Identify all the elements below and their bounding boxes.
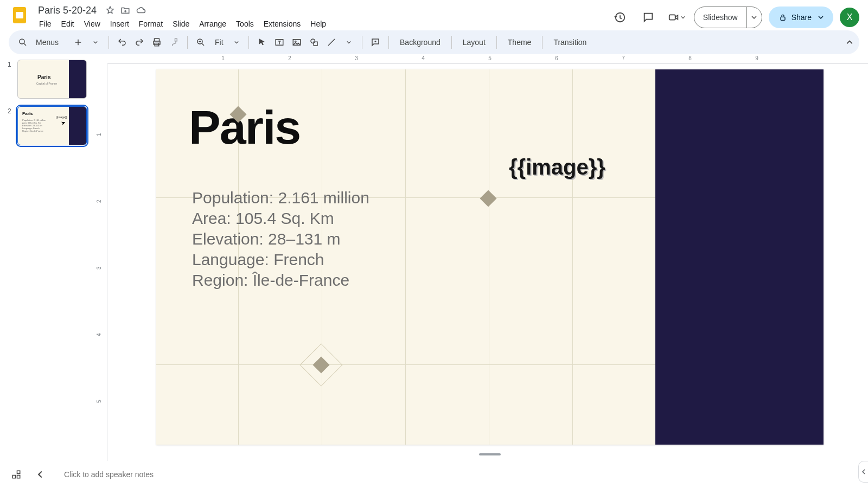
ruler-tick: 6 — [555, 55, 558, 61]
collapse-filmstrip-icon[interactable] — [33, 467, 48, 482]
workspace: 1 Paris Capital of France 2 Paris Popula… — [0, 54, 868, 461]
textbox-tool[interactable] — [272, 35, 287, 50]
ruler-tick: 4 — [422, 55, 425, 61]
grid-line — [572, 69, 573, 445]
thumb-image-ph: {{image}} — [56, 115, 67, 119]
svg-rect-3 — [669, 15, 675, 20]
background-button[interactable]: Background — [394, 35, 446, 50]
comment-button[interactable] — [368, 35, 383, 50]
ruler-tick: 9 — [755, 55, 758, 61]
svg-point-13 — [311, 39, 315, 43]
ruler-tick: 1 — [96, 133, 102, 136]
transition-button[interactable]: Transition — [548, 35, 592, 50]
layout-button[interactable]: Layout — [457, 35, 491, 50]
zoom-value: Fit — [215, 38, 224, 47]
paint-format-button[interactable] — [167, 35, 182, 50]
redo-button[interactable] — [132, 35, 147, 50]
ruler-tick: 5 — [488, 55, 492, 61]
ruler-tick: 3 — [96, 266, 102, 269]
account-avatar[interactable]: X — [840, 8, 859, 27]
notes-resize-handle[interactable] — [479, 453, 501, 455]
star-icon[interactable] — [105, 5, 115, 15]
grid-line — [405, 69, 406, 445]
vertical-ruler[interactable]: 1 2 3 4 5 — [98, 64, 107, 461]
print-button[interactable] — [149, 35, 164, 50]
separator — [388, 36, 389, 49]
thumb-number: 2 — [8, 106, 13, 145]
new-slide-button[interactable] — [71, 35, 86, 50]
separator — [542, 36, 542, 49]
menu-slide[interactable]: Slide — [168, 17, 194, 30]
slide-canvas[interactable]: Paris Population: 2.161 million Area: 10… — [156, 69, 824, 445]
side-panel-toggle[interactable] — [858, 461, 868, 483]
body-line: Elevation: 28–131 m — [192, 229, 369, 249]
document-title[interactable]: Paris 5-20-24 — [35, 4, 100, 17]
svg-point-5 — [20, 39, 24, 44]
image-placeholder[interactable]: {{image}} — [509, 155, 605, 179]
menu-edit[interactable]: Edit — [57, 17, 79, 30]
title-area: Paris 5-20-24 File Edit View Insert Form… — [35, 4, 609, 30]
svg-point-12 — [295, 41, 296, 42]
history-icon[interactable] — [609, 7, 631, 28]
undo-button[interactable] — [114, 35, 130, 50]
slideshow-main[interactable]: Slideshow — [694, 7, 746, 28]
slideshow-dropdown[interactable] — [746, 7, 762, 28]
body-line: Population: 2.161 million — [192, 188, 369, 208]
slide-viewport[interactable]: Paris Population: 2.161 million Area: 10… — [107, 64, 868, 461]
body-line: Region: Île-de-France — [192, 270, 369, 291]
theme-button[interactable]: Theme — [502, 35, 537, 50]
thumb-title: Paris — [37, 74, 50, 80]
menu-format[interactable]: Format — [135, 17, 167, 30]
select-tool[interactable] — [254, 35, 270, 50]
ruler-tick: 1 — [221, 55, 225, 61]
body-line: Area: 105.4 Sq. Km — [192, 208, 369, 229]
menu-arrange[interactable]: Arrange — [195, 17, 231, 30]
svg-rect-18 — [17, 476, 20, 478]
menu-extensions[interactable]: Extensions — [259, 17, 305, 30]
shape-tool[interactable] — [307, 35, 322, 50]
thumb-accent — [69, 107, 86, 145]
speaker-notes-input[interactable] — [56, 465, 859, 484]
separator — [451, 36, 452, 49]
cloud-status-icon[interactable] — [136, 5, 146, 15]
svg-rect-4 — [781, 17, 785, 20]
cursor-icon: ➤ — [60, 119, 66, 126]
separator — [362, 36, 362, 49]
menu-view[interactable]: View — [80, 17, 105, 30]
thumb-body: Population: 2.161 million Area: 105.4 Sq… — [22, 119, 54, 132]
thumb-title: Paris — [22, 111, 33, 116]
zoom-select[interactable]: Fit — [210, 35, 243, 50]
menu-help[interactable]: Help — [306, 17, 330, 30]
filmstrip: 1 Paris Capital of France 2 Paris Popula… — [0, 54, 98, 461]
diamond-decoration — [480, 190, 496, 207]
search-menus-icon[interactable] — [15, 35, 30, 50]
line-tool[interactable] — [324, 35, 339, 50]
separator — [496, 36, 497, 49]
svg-rect-1 — [16, 12, 23, 18]
ruler-tick: 5 — [96, 400, 102, 403]
lock-icon — [778, 13, 787, 22]
meet-icon[interactable] — [666, 7, 687, 28]
move-icon[interactable] — [120, 5, 130, 15]
horizontal-ruler[interactable]: 1 2 3 4 5 6 7 8 9 — [107, 54, 868, 64]
thumb-subtitle: Capital of France — [36, 82, 57, 85]
menu-tools[interactable]: Tools — [232, 17, 258, 30]
new-slide-dropdown[interactable] — [88, 35, 103, 50]
slide-body[interactable]: Population: 2.161 million Area: 105.4 Sq… — [192, 188, 369, 291]
slides-logo[interactable] — [9, 4, 30, 26]
share-button[interactable]: Share — [769, 7, 833, 28]
menu-file[interactable]: File — [35, 17, 56, 30]
slide-thumbnail-1[interactable]: Paris Capital of France — [17, 60, 87, 99]
separator — [248, 36, 249, 49]
slide-title[interactable]: Paris — [189, 100, 300, 155]
menu-insert[interactable]: Insert — [106, 17, 133, 30]
slide-thumbnail-2[interactable]: Paris Population: 2.161 million Area: 10… — [17, 106, 87, 145]
grid-view-icon[interactable] — [9, 467, 24, 482]
image-tool[interactable] — [289, 35, 304, 50]
collapse-toolbar-icon[interactable] — [846, 39, 853, 46]
comments-icon[interactable] — [637, 7, 659, 28]
toolbar: Menus Fit Background Layout Theme Transi… — [9, 30, 859, 54]
zoom-out-button[interactable] — [193, 35, 208, 50]
body-line: Language: French — [192, 249, 369, 270]
line-dropdown[interactable] — [341, 35, 356, 50]
